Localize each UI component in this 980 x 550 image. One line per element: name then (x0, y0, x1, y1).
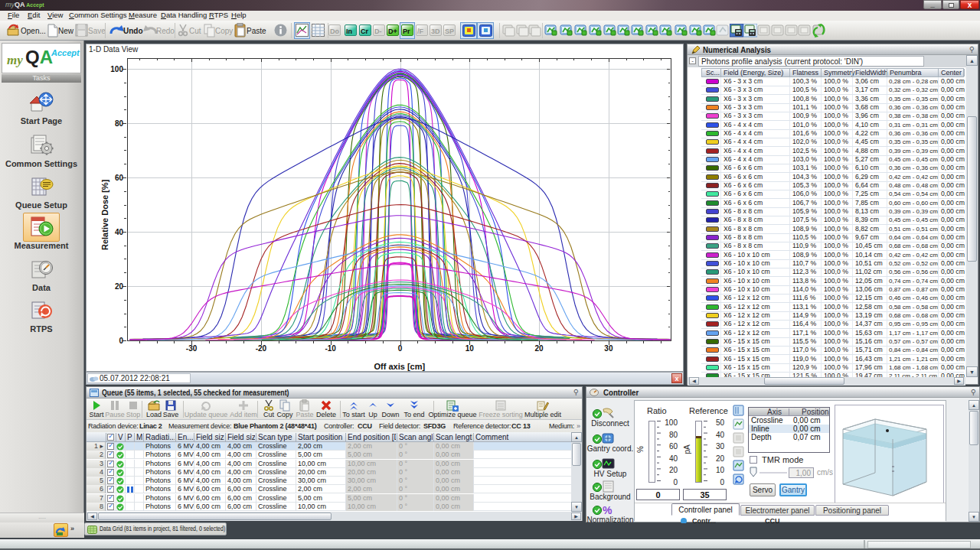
svg-text:%: % (603, 504, 612, 516)
